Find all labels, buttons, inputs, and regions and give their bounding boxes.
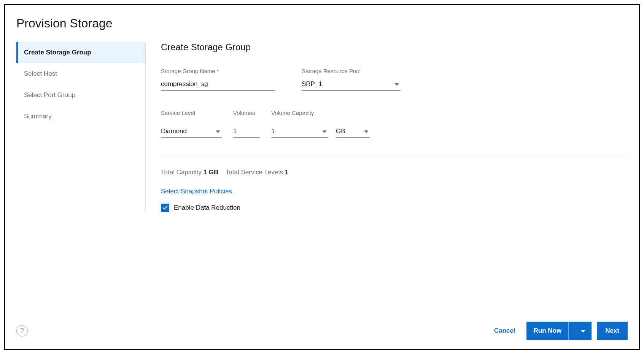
run-now-button[interactable]: Run Now — [526, 322, 592, 340]
main-panel: Create Storage Group Storage Group Name … — [146, 42, 628, 212]
service-level-value: Diamond — [161, 125, 222, 138]
volumes-input[interactable] — [233, 125, 260, 138]
main-heading: Create Storage Group — [161, 42, 628, 53]
content-wrapper: Create Storage Group Select Host Select … — [5, 30, 639, 212]
service-level-group: Service Level Diamond — [161, 110, 222, 138]
run-now-dropdown-toggle[interactable] — [575, 322, 592, 340]
sidebar-item-select-port-group[interactable]: Select Port Group — [16, 85, 145, 106]
total-service-levels-value: 1 — [285, 169, 288, 176]
volume-capacity-label: Volume Capacity — [271, 110, 370, 116]
chevron-down-icon — [581, 330, 585, 333]
page-title: Provision Storage — [5, 5, 639, 30]
sidebar-item-label: Select Host — [24, 70, 57, 77]
storage-resource-pool-group: Storage Resource Pool SRP_1 — [302, 68, 401, 91]
storage-group-name-input[interactable] — [161, 78, 275, 91]
sidebar-item-label: Summary — [24, 113, 52, 120]
help-glyph: ? — [20, 327, 24, 335]
wizard-steps-sidebar: Create Storage Group Select Host Select … — [16, 42, 146, 212]
storage-resource-pool-label: Storage Resource Pool — [302, 68, 401, 74]
volumes-group: Volumes — [233, 110, 260, 138]
form-row-2: Service Level Diamond Volumes Volume Cap… — [161, 110, 628, 138]
volumes-label: Volumes — [233, 110, 260, 116]
enable-data-reduction-checkbox[interactable] — [161, 204, 169, 212]
storage-resource-pool-select[interactable]: SRP_1 — [302, 78, 401, 91]
form-row-1: Storage Group Name * Storage Resource Po… — [161, 68, 628, 91]
divider — [161, 157, 628, 157]
sidebar-item-summary[interactable]: Summary — [16, 106, 145, 127]
footer-bar: ? Cancel Run Now Next — [16, 322, 628, 340]
storage-group-name-group: Storage Group Name * — [161, 68, 275, 91]
volume-capacity-group: Volume Capacity 1 GB — [271, 110, 370, 138]
total-capacity-value: 1 GB — [204, 169, 219, 176]
totals-row: Total Capacity 1 GB Total Service Levels… — [161, 169, 628, 176]
run-now-label: Run Now — [526, 322, 569, 340]
volume-capacity-inputs: 1 GB — [271, 125, 370, 138]
select-snapshot-policies-link[interactable]: Select Snapshot Policies — [161, 188, 232, 195]
footer-actions: Cancel Run Now Next — [488, 322, 628, 340]
help-icon[interactable]: ? — [16, 325, 28, 336]
storage-group-name-label: Storage Group Name * — [161, 68, 275, 74]
cancel-button[interactable]: Cancel — [488, 322, 522, 339]
enable-data-reduction-label: Enable Data Reduction — [174, 204, 240, 212]
service-level-label: Service Level — [161, 110, 222, 116]
sidebar-item-create-storage-group[interactable]: Create Storage Group — [16, 42, 145, 63]
sidebar-item-select-host[interactable]: Select Host — [16, 63, 145, 85]
sidebar-item-label: Create Storage Group — [24, 49, 91, 56]
next-button[interactable]: Next — [597, 322, 628, 340]
volume-capacity-select[interactable]: 1 — [271, 125, 328, 138]
checkmark-icon — [162, 205, 168, 211]
service-level-select[interactable]: Diamond — [161, 125, 222, 138]
total-capacity-label: Total Capacity — [161, 169, 202, 176]
volume-capacity-value: 1 — [271, 125, 328, 138]
volume-capacity-unit-value: GB — [336, 125, 370, 138]
sidebar-item-label: Select Port Group — [24, 91, 75, 99]
volume-capacity-unit-select[interactable]: GB — [336, 125, 370, 138]
total-service-levels-label: Total Service Levels — [226, 169, 283, 176]
enable-data-reduction-row: Enable Data Reduction — [161, 204, 628, 212]
provision-storage-wizard: Provision Storage Create Storage Group S… — [4, 4, 640, 350]
storage-resource-pool-value: SRP_1 — [302, 78, 401, 91]
